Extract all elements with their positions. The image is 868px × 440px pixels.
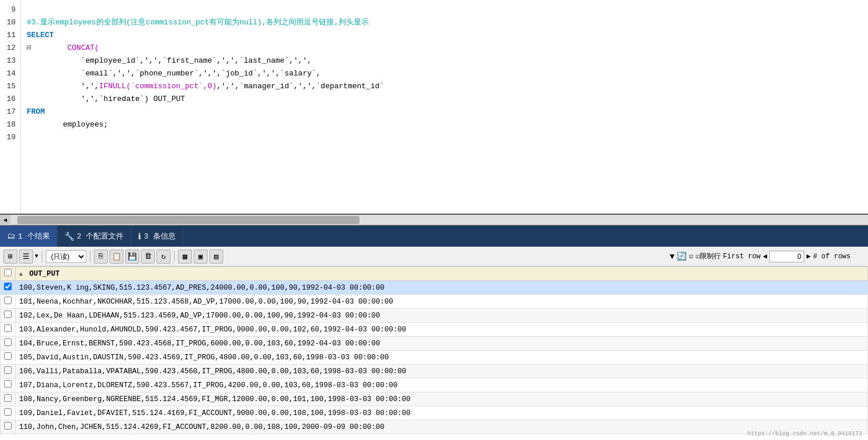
table-row[interactable]: 107,Diana,Lorentz,DLORENTZ,590.423.5567,… <box>1 378 868 392</box>
of-rows-label: # of rows <box>813 253 851 261</box>
row-checkbox-cell[interactable] <box>1 281 16 295</box>
sep1 <box>42 251 42 262</box>
row-checkbox[interactable] <box>4 311 12 318</box>
tab-config[interactable]: 🔧 2 个配置文件 <box>57 226 132 247</box>
ifnull-keyword: IFNULL(`commission_pct`,0) <box>99 82 217 91</box>
tab-bar: 🗂 1 个结果 🔧 2 个配置文件 ℹ 3 条信息 <box>0 226 868 247</box>
first-row-input[interactable] <box>769 251 804 262</box>
info-tab-icon: ℹ <box>138 232 141 241</box>
info-tab-label: 3 条信息 <box>144 231 176 241</box>
code-content[interactable]: #3.显示employees的全部列(注意commission_pct有可能为n… <box>21 0 868 214</box>
tab-result[interactable]: 🗂 1 个结果 <box>0 226 57 247</box>
table-view-btn[interactable]: ▦ <box>178 250 192 264</box>
row-checkbox-cell[interactable] <box>1 420 16 434</box>
table-row[interactable]: 110,John,Chen,JCHEN,515.124.4269,FI_ACCO… <box>1 420 868 434</box>
out-put-header[interactable]: ▲ OUT_PUT <box>16 267 868 281</box>
filter-icon[interactable]: ▼ <box>670 252 674 261</box>
row-data-cell: 107,Diana,Lorentz,DLORENTZ,590.423.5567,… <box>16 378 868 392</box>
table-row[interactable]: 109,Daniel,Faviet,DFAVIET,515.124.4169,F… <box>1 406 868 420</box>
row-checkbox-cell[interactable] <box>1 295 16 309</box>
paste-btn[interactable]: 📋 <box>110 250 124 264</box>
bottom-panel: 🗂 1 个结果 🔧 2 个配置文件 ℹ 3 条信息 ⊞ ☰ ▼ (只读) ⎘ 📋… <box>0 225 868 440</box>
row-checkbox[interactable] <box>4 408 12 416</box>
dropdown-arrow: ▼ <box>35 253 38 259</box>
out-put-header-label: OUT_PUT <box>30 270 60 278</box>
row-data-cell: 102,Lex,De Haan,LDEHAAN,515.123.4569,AD_… <box>16 309 868 323</box>
row-data-cell: 101,Neena,Kochhar,NKOCHHAR,515.123.4568,… <box>16 295 868 309</box>
sep2 <box>90 251 90 262</box>
row-checkbox[interactable] <box>4 297 12 304</box>
collapse-btn[interactable]: ⊟ <box>27 44 31 52</box>
row-checkbox-cell[interactable] <box>1 392 16 406</box>
limit-row-checkbox[interactable]: ☑ <box>689 252 693 261</box>
row-data-cell: 108,Nancy,Greenberg,NGREENBE,515.124.456… <box>16 392 868 406</box>
row-checkbox-cell[interactable] <box>1 337 16 351</box>
readonly-select[interactable]: (只读) <box>46 250 86 263</box>
scroll-left-btn[interactable]: ◀ <box>0 215 10 225</box>
row-checkbox-cell[interactable] <box>1 365 16 378</box>
refresh-btn[interactable]: ↻ <box>157 250 170 264</box>
next-page-btn[interactable]: ▶ <box>807 252 811 261</box>
row-checkbox[interactable] <box>4 380 12 388</box>
row-data-cell: 110,John,Chen,JCHEN,515.124.4269,FI_ACCO… <box>16 420 868 434</box>
delete-btn[interactable]: 🗑 <box>141 250 155 264</box>
row-checkbox-cell[interactable] <box>1 309 16 323</box>
limit-row-label: ☑限制行 <box>696 251 721 261</box>
config-tab-icon: 🔧 <box>64 232 74 241</box>
row-checkbox-cell[interactable] <box>1 323 16 337</box>
form-view-btn[interactable]: ▣ <box>194 250 208 264</box>
row-checkbox[interactable] <box>4 422 12 430</box>
menu-btn[interactable]: ☰ <box>19 250 33 264</box>
row-checkbox[interactable] <box>4 352 12 360</box>
select-all-checkbox[interactable] <box>4 269 12 276</box>
row-checkbox[interactable] <box>4 366 12 374</box>
toolbar-right: ▼ 🔄 ☑ ☑限制行 First row ◀ ▶ # of rows <box>670 251 865 262</box>
row-checkbox[interactable] <box>4 324 12 332</box>
table-row[interactable]: 108,Nancy,Greenberg,NGREENBE,515.124.456… <box>1 392 868 406</box>
sort-asc-icon: ▲ <box>19 271 23 277</box>
row-checkbox-cell[interactable] <box>1 406 16 420</box>
horizontal-scrollbar[interactable]: ◀ <box>0 215 868 225</box>
row-data-cell: 104,Bruce,Ernst,BERNST,590.423.4568,IT_P… <box>16 337 868 351</box>
row-data-cell: 103,Alexander,Hunold,AHUNOLD,590.423.456… <box>16 323 868 337</box>
row-data-cell: 109,Daniel,Faviet,DFAVIET,515.124.4169,F… <box>16 406 868 420</box>
row-data-cell: 105,David,Austin,DAUSTIN,590.423.4569,IT… <box>16 351 868 365</box>
copy-btn[interactable]: ⎘ <box>94 250 108 264</box>
result-tab-label: 1 个结果 <box>18 231 50 241</box>
row-checkbox[interactable] <box>4 338 12 346</box>
scroll-thumb[interactable] <box>17 216 359 224</box>
toolbar: ⊞ ☰ ▼ (只读) ⎘ 📋 💾 🗑 ↻ ▦ ▣ ▤ ▼ 🔄 ☑ ☑限制行 Fi… <box>0 247 868 266</box>
select-keyword: SELECT <box>27 31 54 39</box>
text-view-btn[interactable]: ▤ <box>209 250 223 264</box>
row-checkbox[interactable] <box>4 283 12 290</box>
save-btn[interactable]: 💾 <box>125 250 139 264</box>
row-data-cell: 106,Valli,Pataballa,VPATABAL,590.423.456… <box>16 365 868 378</box>
comment-line: #3.显示employees的全部列(注意commission_pct有可能为n… <box>27 18 369 27</box>
code-editor: 9 10 11 12 13 14 15 16 17 18 19 #3.显示emp… <box>0 0 868 215</box>
row-checkbox-cell[interactable] <box>1 378 16 392</box>
first-row-label: First row <box>723 253 761 261</box>
results-table: ▲ OUT_PUT 100,Steven,K ing,SKING,515.123… <box>0 266 868 434</box>
table-row[interactable]: 100,Steven,K ing,SKING,515.123.4567,AD_P… <box>1 281 868 295</box>
table-row[interactable]: 101,Neena,Kochhar,NKOCHHAR,515.123.4568,… <box>1 295 868 309</box>
prev-page-btn[interactable]: ◀ <box>763 252 767 261</box>
result-tab-icon: 🗂 <box>7 232 15 241</box>
line-numbers: 9 10 11 12 13 14 15 16 17 18 19 <box>0 0 21 214</box>
table-row[interactable]: 104,Bruce,Ernst,BERNST,590.423.4568,IT_P… <box>1 337 868 351</box>
header-checkbox-col[interactable] <box>1 267 16 281</box>
table-row[interactable]: 102,Lex,De Haan,LDEHAAN,515.123.4569,AD_… <box>1 309 868 323</box>
row-checkbox[interactable] <box>4 394 12 402</box>
table-row[interactable]: 103,Alexander,Hunold,AHUNOLD,590.423.456… <box>1 323 868 337</box>
grid-view-btn[interactable]: ⊞ <box>3 250 17 264</box>
config-tab-label: 2 个配置文件 <box>77 231 124 241</box>
refresh-icon[interactable]: 🔄 <box>677 251 687 261</box>
tab-info[interactable]: ℹ 3 条信息 <box>131 226 183 247</box>
row-checkbox-cell[interactable] <box>1 351 16 365</box>
table-header-row: ▲ OUT_PUT <box>1 267 868 281</box>
sep3 <box>174 251 175 262</box>
row-data-cell: 100,Steven,K ing,SKING,515.123.4567,AD_P… <box>16 281 868 295</box>
results-tbody: 100,Steven,K ing,SKING,515.123.4567,AD_P… <box>1 281 868 434</box>
table-row[interactable]: 105,David,Austin,DAUSTIN,590.423.4569,IT… <box>1 351 868 365</box>
results-area[interactable]: ▲ OUT_PUT 100,Steven,K ing,SKING,515.123… <box>0 266 868 440</box>
table-row[interactable]: 106,Valli,Pataballa,VPATABAL,590.423.456… <box>1 365 868 378</box>
